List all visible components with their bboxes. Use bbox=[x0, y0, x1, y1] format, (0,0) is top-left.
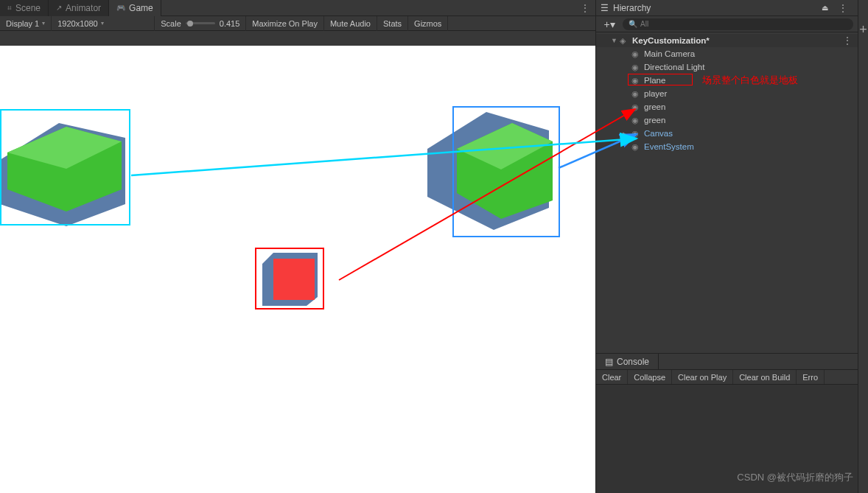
hierarchy-search[interactable]: 🔍 All bbox=[623, 18, 853, 30]
tab-more-icon[interactable]: ⋮ bbox=[575, 3, 595, 13]
hierarchy-item-green-1[interactable]: ◉green bbox=[596, 100, 858, 113]
add-component-icon[interactable]: + bbox=[859, 22, 867, 38]
hierarchy-item-directional-light[interactable]: ◉Directional Light bbox=[596, 60, 858, 74]
gameobject-icon: ◉ bbox=[631, 102, 642, 112]
expand-arrow-icon[interactable]: ▼ bbox=[611, 37, 620, 44]
green-cube-right bbox=[427, 112, 560, 237]
unity-icon: ◈ bbox=[620, 36, 630, 46]
resolution-dropdown[interactable]: 1920x1080 bbox=[52, 16, 155, 31]
gameobject-icon: ◉ bbox=[631, 76, 642, 85]
tab-scene[interactable]: ⌗Scene bbox=[0, 0, 49, 16]
lock-icon[interactable]: ⏏ bbox=[822, 4, 828, 12]
console-icon: ▤ bbox=[605, 357, 613, 367]
hierarchy-item-eventsystem[interactable]: ◉EventSystem bbox=[596, 140, 858, 153]
stats-button[interactable]: Stats bbox=[377, 16, 408, 31]
hierarchy-tree: ▼ ◈ KeyCustomization* ⋮ ◉Main Camera ◉Di… bbox=[596, 32, 858, 353]
console-clear-button[interactable]: Clear bbox=[596, 370, 628, 385]
gameobject-icon: ◉ bbox=[631, 63, 642, 72]
game-toolbar: Display 1 1920x1080 Scale 0.415 Maximize… bbox=[0, 16, 595, 31]
expand-arrow-icon[interactable]: ▸ bbox=[623, 130, 631, 137]
hierarchy-item-green-2[interactable]: ◉green bbox=[596, 113, 858, 127]
scale-control[interactable]: Scale 0.415 bbox=[155, 16, 246, 31]
hierarchy-icon: ☰ bbox=[601, 3, 609, 13]
player-cube bbox=[262, 253, 321, 308]
scene-root[interactable]: ▼ ◈ KeyCustomization* ⋮ bbox=[596, 34, 858, 47]
display-dropdown[interactable]: Display 1 bbox=[0, 16, 52, 31]
hierarchy-header: ☰ Hierarchy ⏏ ⋮ bbox=[596, 0, 858, 16]
animator-icon: ↗ bbox=[56, 4, 62, 12]
hierarchy-item-main-camera[interactable]: ◉Main Camera bbox=[596, 47, 858, 60]
console-clear-on-build-button[interactable]: Clear on Build bbox=[733, 370, 797, 385]
green-cube-left bbox=[0, 116, 133, 234]
search-icon: 🔍 bbox=[629, 20, 637, 28]
gameobject-icon: ◉ bbox=[631, 49, 642, 59]
hierarchy-title: Hierarchy bbox=[613, 3, 651, 13]
console-collapse-button[interactable]: Collapse bbox=[628, 370, 672, 385]
svg-rect-7 bbox=[273, 259, 315, 300]
scene-more-icon[interactable]: ⋮ bbox=[843, 35, 852, 46]
maximize-button[interactable]: Maximize On Play bbox=[246, 16, 324, 31]
inspector-sliver: + bbox=[858, 0, 868, 493]
tab-console[interactable]: ▤Console bbox=[596, 354, 659, 369]
hierarchy-more-icon[interactable]: ⋮ bbox=[833, 3, 853, 13]
scene-icon: ⌗ bbox=[7, 4, 12, 13]
gameobject-icon: ◉ bbox=[631, 89, 642, 99]
tab-game[interactable]: 🎮Game bbox=[109, 0, 161, 16]
tab-animator[interactable]: ↗Animator bbox=[49, 0, 109, 16]
game-icon: 🎮 bbox=[116, 4, 125, 12]
console-clear-on-play-button[interactable]: Clear on Play bbox=[672, 370, 733, 385]
gameobject-icon: ◉ bbox=[631, 129, 642, 139]
scale-slider[interactable] bbox=[186, 22, 215, 24]
console-error-pause-button[interactable]: Erro bbox=[797, 370, 825, 385]
hierarchy-item-player[interactable]: ◉player bbox=[596, 87, 858, 100]
add-button[interactable]: +▾ bbox=[601, 18, 618, 30]
watermark: CSDN @被代码折磨的狗子 bbox=[737, 471, 853, 484]
plane-annotation-text: 场景整个白色就是地板 bbox=[702, 74, 798, 87]
game-tab-bar: ⌗Scene ↗Animator 🎮Game ⋮ bbox=[0, 0, 595, 16]
gizmos-button[interactable]: Gizmos bbox=[408, 16, 448, 31]
gameobject-icon: ◉ bbox=[631, 142, 642, 152]
hierarchy-item-canvas[interactable]: ▸◉Canvas bbox=[596, 127, 858, 140]
mute-button[interactable]: Mute Audio bbox=[324, 16, 377, 31]
gameobject-icon: ◉ bbox=[631, 116, 642, 125]
game-view bbox=[0, 31, 595, 493]
